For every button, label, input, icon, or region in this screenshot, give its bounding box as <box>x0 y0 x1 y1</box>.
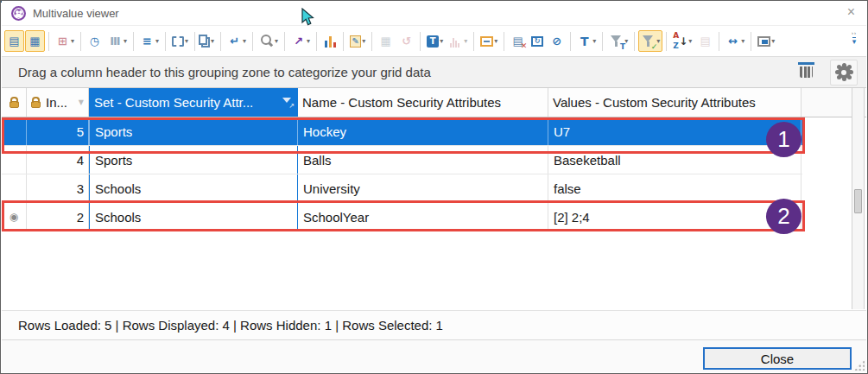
row-frame-button[interactable]: ▾ <box>478 30 500 52</box>
layout-rows-button[interactable]: ▤ <box>4 30 24 52</box>
cancel-refresh-icon: ⊘ <box>549 34 564 48</box>
close-icon[interactable]: × <box>844 4 858 20</box>
grid-row-4[interactable]: ◉ 2 Schools SchoolYear [2] 2;4 <box>2 203 802 231</box>
cell-index[interactable]: 3 <box>27 174 89 202</box>
export-icon: ↗ <box>291 34 306 48</box>
dropdown-caret-icon: ▾ <box>362 37 365 45</box>
row-indicator-cell[interactable]: ◉ <box>2 203 27 231</box>
cell-name[interactable]: University <box>298 174 548 202</box>
chart-button[interactable] <box>320 30 339 52</box>
row-numbers-icon: ▤ <box>698 34 713 48</box>
filter-text-button[interactable]: ▾ <box>606 30 630 52</box>
table-clock-button[interactable]: ◷ <box>85 30 105 52</box>
dropdown-caret-icon: ▾ <box>464 37 467 45</box>
header-name-column[interactable]: Name - Custom Security Attributes <box>298 88 548 117</box>
grid-settings-button[interactable] <box>830 60 858 86</box>
restore-grid-button[interactable]: ↺ <box>396 30 416 52</box>
column-width-button[interactable]: ↔▾ <box>723 30 747 52</box>
selection-box-button[interactable]: ▾ <box>169 30 191 52</box>
cell-index[interactable]: 5 <box>27 117 89 145</box>
row-indicator-cell[interactable] <box>2 146 27 174</box>
layout-grid-button[interactable]: ▦ <box>25 30 45 52</box>
add-row-icon: ⊞ <box>55 34 70 48</box>
grid-row-3[interactable]: 3 Schools University false <box>2 174 802 203</box>
grid-row-1[interactable]: 5 Sports Hockey U7 <box>2 117 802 146</box>
cell-set[interactable]: Schools <box>89 174 298 202</box>
scrollbar-thumb[interactable] <box>854 189 862 213</box>
edit-document-button[interactable]: ✎▾ <box>347 30 368 52</box>
text-localize-button[interactable]: T▾ <box>424 30 446 52</box>
sort-az-button[interactable]: ↓▾ <box>670 30 694 52</box>
cell-values[interactable]: [2] 2;4 <box>548 203 801 231</box>
toolbar-overflow-button[interactable]: ›› ▾ <box>847 30 861 46</box>
export-button[interactable]: ↗▾ <box>288 30 313 52</box>
toolbar-separator <box>666 32 667 51</box>
cell-set[interactable]: Schools <box>89 203 298 231</box>
selection-box-icon <box>172 36 184 47</box>
header-set-column[interactable]: Set - Custom Security Attr... <box>89 88 298 117</box>
toolbar-separator <box>343 32 344 51</box>
cell-index[interactable]: 2 <box>27 203 89 231</box>
toolbar-separator <box>420 32 421 51</box>
filter-checked-button[interactable]: ▾ <box>638 30 662 52</box>
delete-rows-button[interactable]: ▤ <box>508 30 528 52</box>
window-title: Multivalue viewer <box>33 7 119 20</box>
sort-az-icon: ↓ <box>673 34 687 48</box>
cell-values[interactable]: Baseketball <box>548 146 801 174</box>
conditional-format-icon <box>757 36 770 47</box>
add-row-button[interactable]: ⊞▾ <box>53 30 77 52</box>
toolbar-separator <box>751 32 751 51</box>
cell-name[interactable]: Balls <box>298 146 548 174</box>
row-list-button[interactable]: ≡▾ <box>137 30 162 52</box>
toolbar-separator <box>284 32 285 51</box>
row-indicator-cell[interactable] <box>2 117 27 145</box>
sort-caret-icon[interactable]: ▼ <box>79 98 84 106</box>
title-bar[interactable]: Multivalue viewer × <box>2 1 866 26</box>
cell-name[interactable]: Hockey <box>298 117 548 145</box>
histogram-button[interactable]: ▾ <box>447 30 470 52</box>
row-numbers-button[interactable]: ▤ <box>695 30 715 52</box>
header-lock-column[interactable] <box>2 88 27 117</box>
lock-icon <box>31 101 41 108</box>
dropdown-caret-icon: ▾ <box>307 37 310 45</box>
text-format-button[interactable]: T▾ <box>574 30 599 52</box>
copy-icon <box>199 35 207 45</box>
toolbar-separator <box>473 32 474 51</box>
search-button[interactable]: ▾ <box>257 30 281 52</box>
row-indicator-cell[interactable] <box>2 174 27 202</box>
close-button[interactable]: Close <box>703 347 852 370</box>
trash-icon[interactable] <box>800 67 813 78</box>
column-chooser-icon: Ⅲ <box>108 34 123 48</box>
resize-grip[interactable] <box>853 359 865 371</box>
merge-cells-button[interactable]: ▦ <box>376 30 396 52</box>
cell-values[interactable]: U7 <box>548 117 801 145</box>
toolbar-separator <box>316 32 317 51</box>
copy-button[interactable]: ▾ <box>199 30 217 52</box>
cell-index[interactable]: 4 <box>27 146 89 174</box>
filter-funnel-icon[interactable] <box>282 97 293 108</box>
header-values-label: Values - Custom Security Attributes <box>553 95 756 110</box>
column-width-icon: ↔ <box>725 34 740 48</box>
toolbar-separator <box>220 32 221 51</box>
grid-row-2[interactable]: 4 Sports Balls Baseketball <box>2 146 802 174</box>
cell-set[interactable]: Sports <box>89 146 298 174</box>
toolbar: ▤▦⊞▾◷Ⅲ▾≡▾▾▾↵▾▾↗▾✎▾▦↺T▾▾▾▤↻⊘T▾▾▾↓▾▤↔▾▾ ››… <box>2 26 866 57</box>
cancel-refresh-button[interactable]: ⊘ <box>547 30 567 52</box>
conditional-format-button[interactable]: ▾ <box>755 30 777 52</box>
refresh-data-button[interactable]: ↻ <box>529 30 546 52</box>
column-chooser-button[interactable]: Ⅲ▾ <box>105 30 130 52</box>
cell-values[interactable]: false <box>548 174 801 202</box>
header-index-column[interactable]: In... ▼ <box>27 88 89 117</box>
dropdown-caret-icon: ▾ <box>688 37 692 45</box>
cell-name[interactable]: SchoolYear <box>298 203 548 231</box>
toolbar-separator <box>165 32 166 51</box>
header-values-column[interactable]: Values - Custom Security Attributes <box>548 88 801 117</box>
cell-set[interactable]: Sports <box>89 117 298 145</box>
row-focus-icon: ◉ <box>10 211 18 223</box>
paste-arrow-button[interactable]: ↵▾ <box>225 30 249 52</box>
dropdown-caret-icon: ▾ <box>741 37 744 45</box>
toolbar-separator <box>504 32 504 51</box>
vertical-scrollbar[interactable] <box>852 88 865 309</box>
grouping-zone[interactable]: Drag a column header to this grouping zo… <box>2 57 866 88</box>
toolbar-separator <box>252 32 253 51</box>
